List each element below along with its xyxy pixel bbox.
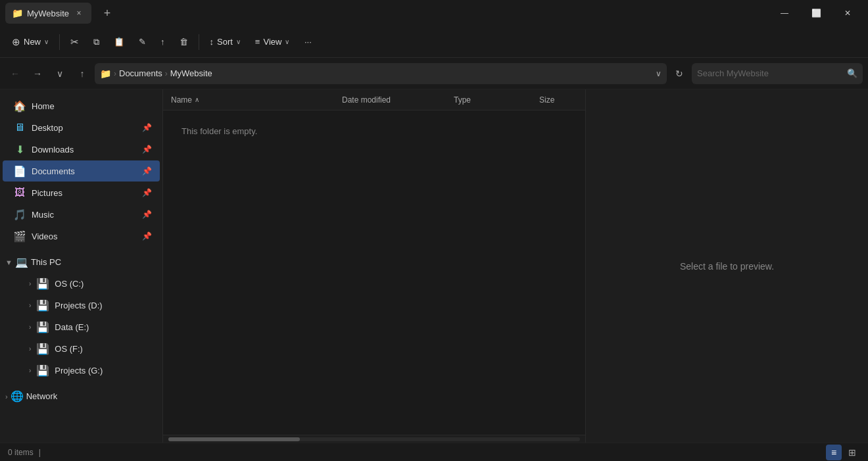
details-view-icon: ⊞ (848, 447, 856, 458)
datae-drive-icon: 💾 (36, 321, 49, 333)
horizontal-scrollbar[interactable] (163, 435, 585, 443)
title-bar: 📁 MyWebsite × + — ⬜ ✕ (0, 0, 868, 26)
column-header-name[interactable]: Name ∧ (168, 95, 339, 105)
sort-chevron-icon: ∨ (236, 38, 241, 45)
rename-icon: ✎ (139, 37, 146, 47)
sidebar-item-music[interactable]: 🎵 Music 📌 (3, 204, 160, 225)
view-chevron-icon: ∨ (285, 38, 289, 45)
sidebar-item-projectsd[interactable]: › 💾 Projects (D:) (21, 295, 160, 316)
new-label: New (24, 37, 41, 47)
file-area: Name ∧ Date modified Type Size This fold… (163, 89, 585, 443)
size-column-label: Size (539, 95, 554, 105)
breadcrumb[interactable]: 📁 › Documents › MyWebsite ∨ (95, 63, 667, 84)
new-tab-button[interactable]: + (97, 3, 118, 24)
sidebar-osc-label: OS (C:) (55, 279, 152, 289)
delete-button[interactable]: 🗑 (173, 30, 195, 54)
column-header-date[interactable]: Date modified (339, 95, 451, 105)
osf-drive-icon: 💾 (36, 343, 49, 355)
rename-button[interactable]: ✎ (132, 30, 153, 54)
tab-close-button[interactable]: × (73, 7, 85, 19)
sidebar-item-datae[interactable]: › 💾 Data (E:) (21, 316, 160, 337)
cut-icon: ✂ (70, 36, 79, 48)
search-box[interactable]: 🔍 (692, 63, 863, 84)
network-icon: 🌐 (11, 390, 24, 402)
search-input[interactable] (697, 68, 843, 78)
sidebar-item-projectsg[interactable]: › 💾 Projects (G:) (21, 360, 160, 381)
sort-button[interactable]: ↕ Sort ∨ (203, 30, 247, 54)
videos-icon: 🎬 (13, 230, 26, 243)
sidebar-item-home[interactable]: 🏠 Home (3, 95, 160, 116)
refresh-button[interactable]: ↻ (669, 64, 689, 84)
copy-button[interactable]: ⧉ (87, 30, 106, 54)
sidebar-projectsg-label: Projects (G:) (55, 366, 152, 376)
view-label: View (263, 37, 281, 47)
sidebar-item-desktop[interactable]: 🖥 Desktop 📌 (3, 117, 160, 138)
refresh-icon: ↻ (675, 68, 683, 79)
details-view-button[interactable]: ⊞ (844, 445, 860, 460)
copy-icon: ⧉ (93, 37, 99, 47)
minimize-button[interactable]: — (769, 3, 800, 24)
sidebar-item-downloads[interactable]: ⬇ Downloads 📌 (3, 139, 160, 160)
videos-pin-icon: 📌 (142, 231, 152, 241)
breadcrumb-separator-1: › (114, 69, 116, 78)
sidebar-desktop-label: Desktop (32, 123, 137, 133)
forward-button[interactable]: → (28, 64, 47, 84)
breadcrumb-mywebsite: MyWebsite (170, 68, 212, 78)
network-section-header[interactable]: › 🌐 Network (0, 386, 162, 406)
paste-button[interactable]: 📋 (107, 30, 131, 54)
view-button[interactable]: ≡ View ∨ (249, 30, 297, 54)
network-chevron-icon: › (5, 393, 8, 400)
new-plus-icon: ⊕ (12, 36, 20, 48)
more-options-button[interactable]: ··· (297, 32, 318, 53)
sidebar-videos-label: Videos (32, 231, 137, 241)
sidebar-documents-label: Documents (32, 166, 137, 176)
home-icon: 🏠 (13, 100, 26, 112)
search-icon[interactable]: 🔍 (847, 68, 857, 78)
name-sort-arrow: ∧ (195, 96, 199, 103)
column-header-type[interactable]: Type (451, 95, 537, 105)
cut-button[interactable]: ✂ (64, 30, 85, 54)
scrollbar-thumb[interactable] (168, 437, 300, 441)
more-icon: ··· (304, 37, 312, 47)
sidebar-item-osf[interactable]: › 💾 OS (F:) (21, 338, 160, 359)
maximize-button[interactable]: ⬜ (801, 3, 831, 24)
status-separator: | (39, 448, 41, 457)
dropdown-button[interactable]: ∨ (50, 64, 70, 84)
desktop-pin-icon: 📌 (142, 123, 152, 132)
sidebar-item-pictures[interactable]: 🖼 Pictures 📌 (3, 182, 160, 203)
status-bar-left: 0 items | (8, 448, 41, 457)
column-header-size[interactable]: Size (537, 95, 585, 105)
downloads-icon: ⬇ (13, 143, 26, 156)
this-pc-section-header[interactable]: ▼ 💻 This PC (0, 252, 162, 272)
new-button[interactable]: ⊕ New ∨ (5, 30, 55, 54)
sidebar-item-videos[interactable]: 🎬 Videos 📌 (3, 226, 160, 247)
dropdown-icon: ∨ (57, 68, 63, 79)
drives-list: › 💾 OS (C:) › 💾 Projects (D:) › 💾 Data (… (0, 273, 162, 381)
share-button[interactable]: ↑ (154, 30, 172, 54)
items-count: 0 items (8, 448, 34, 457)
up-button[interactable]: ↑ (72, 64, 92, 84)
share-icon: ↑ (160, 37, 165, 47)
sidebar-item-documents[interactable]: 📄 Documents 📌 (3, 160, 160, 182)
preview-message: Select a file to preview. (680, 261, 774, 272)
sidebar-projectsd-label: Projects (D:) (55, 301, 152, 310)
projectsg-chevron-icon: › (29, 367, 31, 374)
sidebar-item-osc[interactable]: › 💾 OS (C:) (21, 273, 160, 294)
active-tab[interactable]: 📁 MyWebsite × (5, 3, 91, 24)
title-bar-controls: — ⬜ ✕ (769, 3, 863, 24)
column-headers: Name ∧ Date modified Type Size (163, 89, 585, 110)
datae-chevron-icon: › (29, 324, 31, 331)
close-button[interactable]: ✕ (832, 3, 863, 24)
list-view-button[interactable]: ≡ (826, 445, 842, 460)
list-view-icon: ≡ (831, 447, 836, 458)
osc-chevron-icon: › (29, 280, 31, 287)
new-chevron-icon: ∨ (44, 38, 49, 45)
toolbar-separator-1 (59, 34, 60, 50)
view-icon: ≡ (255, 37, 260, 47)
osf-chevron-icon: › (29, 345, 31, 352)
sort-label: Sort (217, 37, 233, 47)
sort-icon: ↕ (210, 37, 214, 47)
back-button[interactable]: ← (5, 64, 25, 84)
paste-icon: 📋 (114, 37, 124, 47)
sidebar-downloads-label: Downloads (32, 145, 137, 155)
